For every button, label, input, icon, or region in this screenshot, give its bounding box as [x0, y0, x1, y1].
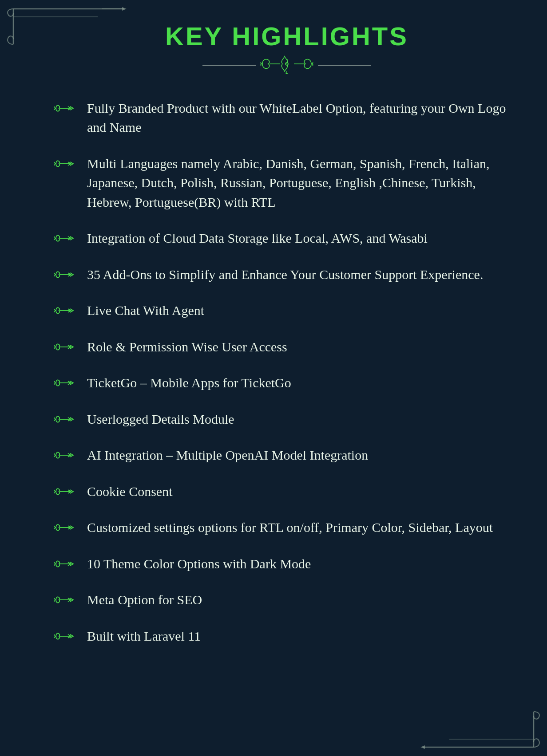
svg-marker-3 — [122, 7, 127, 11]
list-item: TicketGo – Mobile Apps for TicketGo — [53, 373, 511, 393]
highlights-list: Fully Branded Product with our WhiteLabe… — [36, 98, 511, 646]
floral-bullet-icon — [53, 484, 76, 500]
list-item: Cookie Consent — [53, 482, 511, 501]
floral-bullet-icon — [53, 230, 76, 246]
list-item: 10 Theme Color Options with Dark Mode — [53, 554, 511, 574]
floral-bullet-icon — [53, 156, 76, 172]
list-item: Integration of Cloud Data Storage like L… — [53, 228, 511, 248]
floral-bullet-icon — [53, 628, 76, 644]
floral-bullet-icon — [53, 267, 76, 283]
list-item-text: Built with Laravel 11 — [87, 626, 511, 646]
corner-br-decoration — [418, 707, 543, 752]
list-item-text: Cookie Consent — [87, 482, 511, 501]
list-item: Multi Languages namely Arabic, Danish, G… — [53, 154, 511, 212]
ornament-center — [260, 54, 313, 76]
header: KEY HIGHLIGHTS — [62, 13, 511, 94]
list-item: AI Integration – Multiple OpenAI Model I… — [53, 445, 511, 465]
list-item: Meta Option for SEO — [53, 590, 511, 610]
floral-bullet-icon — [53, 556, 76, 572]
list-item-text: Customized settings options for RTL on/o… — [87, 518, 511, 537]
floral-bullet-icon — [53, 520, 76, 536]
floral-bullet-icon — [53, 447, 76, 463]
list-item: Built with Laravel 11 — [53, 626, 511, 646]
list-item-text: Role & Permission Wise User Access — [87, 337, 511, 357]
list-item-text: AI Integration – Multiple OpenAI Model I… — [87, 445, 511, 465]
floral-bullet-icon — [53, 303, 76, 319]
decoration-line-right — [318, 65, 371, 66]
list-item: Customized settings options for RTL on/o… — [53, 518, 511, 537]
list-item: Fully Branded Product with our WhiteLabe… — [53, 98, 511, 137]
page-container: KEY HIGHLIGHTS — [0, 0, 547, 756]
floral-bullet-icon — [53, 339, 76, 355]
list-item-text: Meta Option for SEO — [87, 590, 511, 610]
list-item-text: TicketGo – Mobile Apps for TicketGo — [87, 373, 511, 393]
list-item: Role & Permission Wise User Access — [53, 337, 511, 357]
list-item-text: Integration of Cloud Data Storage like L… — [87, 228, 511, 248]
title-decoration — [62, 54, 511, 76]
floral-bullet-icon — [53, 411, 76, 427]
decoration-line-left — [202, 65, 256, 66]
list-item-text: 10 Theme Color Options with Dark Mode — [87, 554, 511, 574]
list-item-text: Userlogged Details Module — [87, 410, 511, 429]
list-item: 35 Add-Ons to Simplify and Enhance Your … — [53, 265, 511, 284]
list-item-text: Multi Languages namely Arabic, Danish, G… — [87, 154, 511, 212]
list-item: Userlogged Details Module — [53, 410, 511, 429]
list-item-text: Fully Branded Product with our WhiteLabe… — [87, 98, 511, 137]
list-item-text: 35 Add-Ons to Simplify and Enhance Your … — [87, 265, 511, 284]
list-item-text: Live Chat With Agent — [87, 301, 511, 320]
floral-bullet-icon — [53, 100, 76, 116]
page-title: KEY HIGHLIGHTS — [62, 22, 511, 51]
corner-tl-decoration — [4, 4, 129, 49]
list-item: Live Chat With Agent — [53, 301, 511, 320]
floral-bullet-icon — [53, 375, 76, 391]
floral-bullet-icon — [53, 592, 76, 608]
svg-marker-24 — [420, 745, 425, 749]
